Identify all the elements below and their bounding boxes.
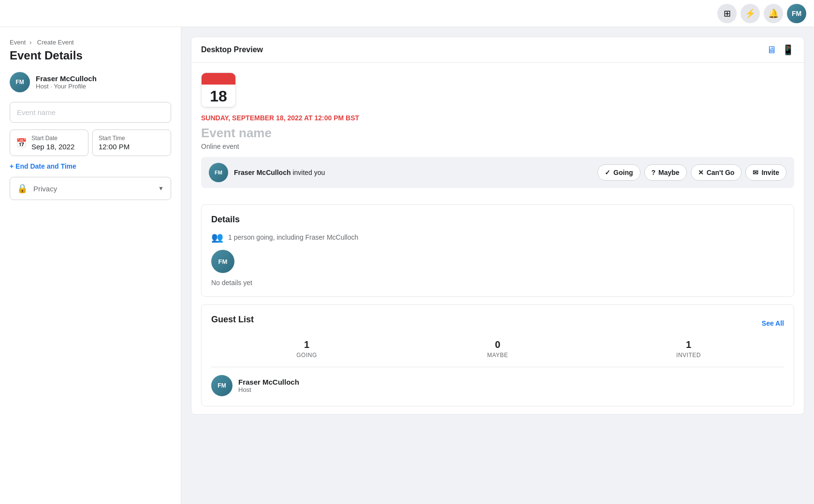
notifications-button[interactable]: 🔔 [764, 4, 783, 23]
tablet-view-button[interactable]: 📱 [782, 44, 794, 56]
grid-icon: ⊞ [724, 8, 731, 19]
host-name: Fraser McCulloch [36, 74, 97, 83]
going-info: 👥 1 person going, including Fraser McCul… [211, 231, 784, 243]
invite-button[interactable]: ✉ Invite [745, 164, 786, 181]
date-time-row: 📅 Start Date Sep 18, 2022 Start Time 12:… [10, 130, 171, 156]
breadcrumb-create: Create Event [37, 39, 74, 46]
preview-title: Desktop Preview [201, 45, 263, 54]
host-role: Host · Your Profile [36, 83, 97, 90]
guest-stat-invited: 1 INVITED [593, 339, 784, 359]
start-time-field[interactable]: Start Time 12:00 PM [92, 130, 171, 156]
top-navigation: ⊞ ⚡ 🔔 FM [0, 0, 814, 27]
desktop-view-button[interactable]: 🖥 [767, 44, 776, 56]
event-type-preview: Online event [201, 143, 794, 150]
nav-icons: ⊞ ⚡ 🔔 FM [717, 4, 806, 23]
start-date-label: Start Date [31, 135, 74, 142]
invited-stat-label: INVITED [676, 352, 701, 359]
breadcrumb-separator: › [29, 39, 31, 46]
privacy-label: Privacy [33, 185, 152, 193]
guest-name: Fraser McCulloch [238, 378, 299, 386]
lock-icon: 🔒 [17, 183, 28, 194]
user-avatar[interactable]: FM [787, 4, 806, 23]
preview-icon-group: 🖥 📱 [767, 44, 794, 56]
messenger-icon: ⚡ [745, 8, 756, 19]
going-button[interactable]: ✓ Going [597, 164, 640, 181]
cant-go-button[interactable]: ✕ Can't Go [691, 164, 742, 181]
calendar-day-display: 18 [202, 85, 235, 107]
cant-go-label: Can't Go [707, 169, 735, 176]
maybe-stat-label: MAYBE [487, 352, 509, 359]
start-date-info: Start Date Sep 18, 2022 [31, 135, 74, 151]
preview-container: Desktop Preview 🖥 📱 18 [191, 37, 804, 415]
calendar-header-bar [202, 73, 235, 85]
guest-stat-going: 1 GOING [211, 339, 402, 359]
event-date-string: SUNDAY, SEPTEMBER 18, 2022 AT 12:00 PM B… [201, 114, 794, 122]
invite-bar: FM Fraser McCulloch invited you ✓ Going … [201, 157, 794, 188]
envelope-icon: ✉ [753, 169, 758, 176]
maybe-count: 0 [402, 339, 593, 350]
going-count: 1 [211, 339, 402, 350]
guest-avatar: FM [211, 375, 233, 396]
going-text: 1 person going, including Fraser McCullo… [228, 233, 358, 241]
guest-role: Host [238, 386, 299, 393]
event-preview-body: 18 SUNDAY, SEPTEMBER 18, 2022 AT 12:00 P… [191, 63, 804, 204]
start-date-value: Sep 18, 2022 [31, 143, 74, 151]
grid-menu-button[interactable]: ⊞ [717, 4, 737, 23]
tablet-icon: 📱 [782, 44, 794, 55]
invite-host-name: Fraser McCulloch [234, 169, 291, 176]
question-icon: ? [652, 169, 656, 176]
chevron-down-icon: ▼ [158, 185, 164, 192]
start-time-label: Start Time [99, 135, 165, 142]
messenger-button[interactable]: ⚡ [741, 4, 760, 23]
invite-actions: ✓ Going ? Maybe ✕ Can't Go ✉ [597, 164, 786, 181]
breadcrumb-event-link[interactable]: Event [10, 39, 26, 46]
start-date-field[interactable]: 📅 Start Date Sep 18, 2022 [10, 130, 88, 156]
calendar-day-number: 18 [210, 87, 227, 105]
no-details-text: No details yet [211, 279, 784, 287]
end-date-time-link[interactable]: + End Date and Time [10, 162, 76, 170]
details-section: Details 👥 1 person going, including Fras… [201, 204, 794, 297]
event-name-preview: Event name [201, 126, 794, 141]
desktop-icon: 🖥 [767, 44, 776, 55]
start-time-value: 12:00 PM [99, 143, 165, 151]
host-info: Fraser McCulloch Host · Your Profile [36, 74, 97, 90]
privacy-select[interactable]: 🔒 Privacy ▼ [10, 177, 171, 200]
people-icon: 👥 [211, 231, 223, 243]
checkmark-icon: ✓ [605, 169, 610, 176]
going-stat-label: GOING [296, 352, 317, 359]
invite-bar-avatar: FM [209, 163, 228, 182]
invite-text: Fraser McCulloch invited you [234, 169, 597, 176]
preview-header: Desktop Preview 🖥 📱 [191, 37, 804, 63]
attendee-avatar: FM [211, 250, 234, 273]
host-section: FM Fraser McCulloch Host · Your Profile [10, 72, 171, 92]
guest-stat-maybe: 0 MAYBE [402, 339, 593, 359]
going-label: Going [613, 169, 633, 176]
guest-info: Fraser McCulloch Host [238, 378, 299, 393]
calendar-icon-block: 18 [201, 72, 236, 107]
details-section-title: Details [211, 215, 784, 225]
see-all-link[interactable]: See All [762, 319, 784, 327]
guest-list-title: Guest List [211, 315, 254, 325]
event-name-input[interactable] [10, 102, 171, 123]
right-content: Desktop Preview 🖥 📱 18 [181, 27, 814, 504]
calendar-icon: 📅 [16, 138, 27, 148]
host-avatar: FM [10, 72, 30, 92]
maybe-button[interactable]: ? Maybe [644, 164, 687, 181]
maybe-label: Maybe [658, 169, 680, 176]
invited-count: 1 [593, 339, 784, 350]
guest-list-item: FM Fraser McCulloch Host [211, 375, 784, 396]
guest-stats: 1 GOING 0 MAYBE 1 INVITED [211, 339, 784, 367]
bell-icon: 🔔 [768, 8, 779, 19]
page-title: Event Details [10, 49, 171, 62]
left-sidebar: Event › Create Event Event Details FM Fr… [0, 27, 181, 504]
invite-label: Invite [761, 169, 779, 176]
guest-list-header: Guest List See All [211, 315, 784, 331]
breadcrumb: Event › Create Event [10, 39, 171, 46]
guest-list-section: Guest List See All 1 GOING 0 MAYBE 1 INV… [201, 304, 794, 406]
x-icon: ✕ [698, 169, 704, 176]
